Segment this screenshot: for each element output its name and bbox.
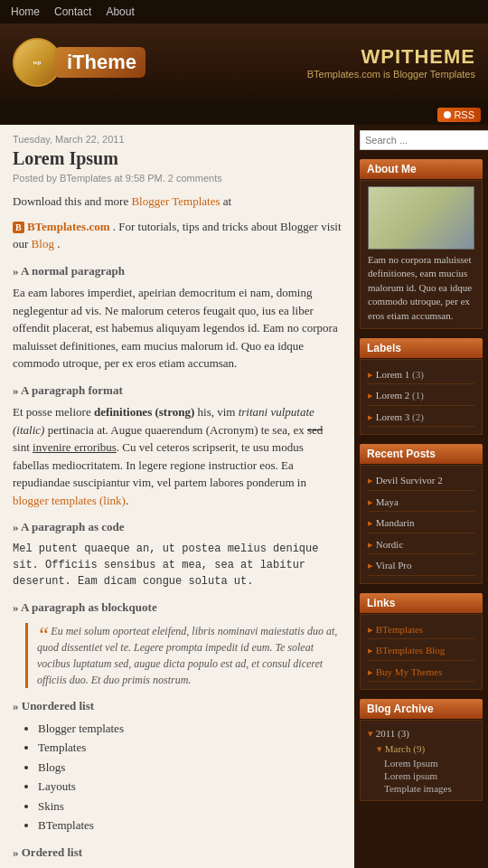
- list-item: BTemplates: [38, 816, 342, 835]
- archive-post-item[interactable]: Template images: [368, 782, 474, 795]
- site-header: wp iTheme WPITHEME BTemplates.com is Blo…: [0, 24, 488, 105]
- recent-posts-widget: Recent Posts Devil Survivor 2 Maya Manda…: [360, 444, 483, 584]
- main-layout: Tuesday, March 22, 2011 Lorem Ipsum Post…: [0, 125, 488, 868]
- section-heading-code: A paragraph as code: [13, 518, 342, 536]
- rss-label: RSS: [454, 109, 474, 120]
- about-me-body: Eam no corpora maluisset definitiones, e…: [360, 180, 483, 329]
- blockquote-text: Eu mei solum oporteat eleifend, libris n…: [25, 623, 342, 688]
- link-item[interactable]: Buy My Themes: [368, 663, 474, 683]
- site-subtitle: BTemplates.com is Blogger Templates: [307, 69, 475, 80]
- archive-year[interactable]: 2011 (3): [368, 726, 474, 741]
- label-count: (1): [412, 390, 424, 401]
- label-item[interactable]: Lorem 2 (1): [368, 386, 474, 406]
- section-heading-format: A paragraph format: [13, 382, 342, 400]
- about-me-text: Eam no corpora maluisset definitiones, e…: [368, 253, 474, 323]
- post-body: Download this and more Blogger Templates…: [13, 193, 342, 868]
- top-navigation: Home Contact About: [0, 0, 488, 24]
- search-input[interactable]: [360, 130, 488, 150]
- links-widget: Links BTemplates BTemplates Blog Buy My …: [360, 593, 483, 691]
- archive-post-item[interactable]: Lorem ipsum: [368, 769, 474, 782]
- list-item: Blogs: [38, 759, 342, 777]
- unordered-list: Blogger templates Templates Blogs Layout…: [38, 720, 342, 835]
- label-item[interactable]: Lorem 3 (2): [368, 408, 474, 428]
- labels-title: Labels: [360, 338, 483, 358]
- recent-posts-title: Recent Posts: [360, 444, 483, 464]
- download-link[interactable]: Blogger Templates: [131, 194, 220, 208]
- post-title: Lorem Ipsum: [13, 148, 342, 169]
- sidebar: 🔍 About Me Eam no corpora maluisset defi…: [354, 125, 488, 868]
- blog-archive-title: Blog Archive: [360, 699, 483, 719]
- archive-month[interactable]: March (9): [368, 741, 474, 757]
- labels-body: Lorem 1 (3) Lorem 2 (1) Lorem 3 (2): [360, 359, 483, 436]
- about-me-widget: About Me Eam no corpora maluisset defini…: [360, 159, 483, 329]
- blog-archive-body: 2011 (3) March (9) Lorem Ipsum Lorem ips…: [360, 720, 483, 801]
- list-item: Layouts: [38, 778, 342, 796]
- blogger-templates-link[interactable]: blogger templates (link): [13, 494, 126, 507]
- nav-about[interactable]: About: [106, 5, 134, 18]
- post-meta-text: Posted by BTemplates at 9:58 PM. 2 comme…: [13, 173, 222, 184]
- recent-posts-list: Devil Survivor 2 Maya Mandarin Nordic Vi…: [368, 471, 474, 576]
- list-item: Templates: [38, 739, 342, 757]
- post-meta: Posted by BTemplates at 9:58 PM. 2 comme…: [13, 173, 342, 184]
- label-item[interactable]: Lorem 1 (3): [368, 365, 474, 385]
- normal-paragraph-text: Ea eam labores imperdiet, apeirian democ…: [13, 284, 342, 373]
- download-prefix: Download this and more: [13, 194, 128, 208]
- underline-text: invenire erroribus: [33, 440, 117, 454]
- links-list: BTemplates BTemplates Blog Buy My Themes: [368, 620, 474, 683]
- link-item[interactable]: BTemplates: [368, 620, 474, 640]
- logo-itheme-text: iTheme: [67, 51, 136, 73]
- strikethrough-text: sed: [307, 423, 323, 437]
- logo-area: wp iTheme: [13, 38, 145, 87]
- blog-archive-widget: Blog Archive 2011 (3) March (9) Lorem Ip…: [360, 699, 483, 801]
- nav-home[interactable]: Home: [11, 5, 40, 18]
- format-paragraph-text: Et posse meliore definitiones (strong) h…: [13, 403, 342, 509]
- code-paragraph-text: Mel putent quaeque an, ut postea melius …: [13, 541, 342, 590]
- links-title: Links: [360, 593, 483, 613]
- download-paragraph: Download this and more Blogger Templates…: [13, 193, 342, 211]
- download-at: at: [223, 194, 231, 208]
- search-form: 🔍: [360, 130, 483, 150]
- link-item[interactable]: BTemplates Blog: [368, 641, 474, 661]
- blog-link[interactable]: Blog: [32, 237, 54, 250]
- list-item: Skins: [38, 797, 342, 816]
- rss-bar: RSS: [0, 105, 488, 125]
- btemplates-badge: B BTemplates.com: [13, 220, 113, 233]
- recent-post-item[interactable]: Nordic: [368, 535, 474, 555]
- recent-posts-body: Devil Survivor 2 Maya Mandarin Nordic Vi…: [360, 465, 483, 584]
- about-me-title: About Me: [360, 159, 483, 179]
- label-count: (3): [412, 369, 424, 380]
- rss-button[interactable]: RSS: [437, 108, 481, 122]
- post-date: Tuesday, March 22, 2011: [13, 134, 342, 145]
- section-heading-unordered: Unordered list: [13, 697, 342, 715]
- recent-post-item[interactable]: Maya: [368, 493, 474, 513]
- strong-text: definitiones (strong): [94, 405, 194, 419]
- archive-year-count: (3): [398, 728, 409, 739]
- labels-list: Lorem 1 (3) Lorem 2 (1) Lorem 3 (2): [368, 365, 474, 428]
- logo-wp-text: wp: [33, 59, 42, 66]
- recent-post-item[interactable]: Viral Pro: [368, 556, 474, 576]
- list-item: Blogger templates: [38, 720, 342, 738]
- search-widget: 🔍: [360, 130, 483, 150]
- recent-post-item[interactable]: Devil Survivor 2: [368, 471, 474, 491]
- archive-post-item[interactable]: Lorem Ipsum: [368, 757, 474, 769]
- logo-itheme-container: iTheme: [54, 47, 145, 78]
- section-heading-normal: A normal paragraph: [13, 262, 342, 280]
- section-heading-blockquote: A paragraph as blockquote: [13, 599, 342, 617]
- labels-widget: Labels Lorem 1 (3) Lorem 2 (1) Lorem 3 (…: [360, 338, 483, 436]
- label-count: (2): [412, 411, 424, 422]
- content-area: Tuesday, March 22, 2011 Lorem Ipsum Post…: [0, 125, 354, 868]
- nav-contact[interactable]: Contact: [54, 5, 91, 18]
- section-heading-ordered: Ordered list: [13, 844, 342, 862]
- site-title-area: WPITHEME BTemplates.com is Blogger Templ…: [307, 45, 475, 80]
- archive-month-count: (9): [413, 743, 425, 754]
- rss-icon: [444, 111, 451, 118]
- links-body: BTemplates BTemplates Blog Buy My Themes: [360, 614, 483, 691]
- btemplates-line: B BTemplates.com . For tutorials, tips a…: [13, 218, 342, 253]
- about-me-image: [368, 186, 474, 250]
- site-title: WPITHEME: [307, 45, 475, 69]
- recent-post-item[interactable]: Mandarin: [368, 514, 474, 533]
